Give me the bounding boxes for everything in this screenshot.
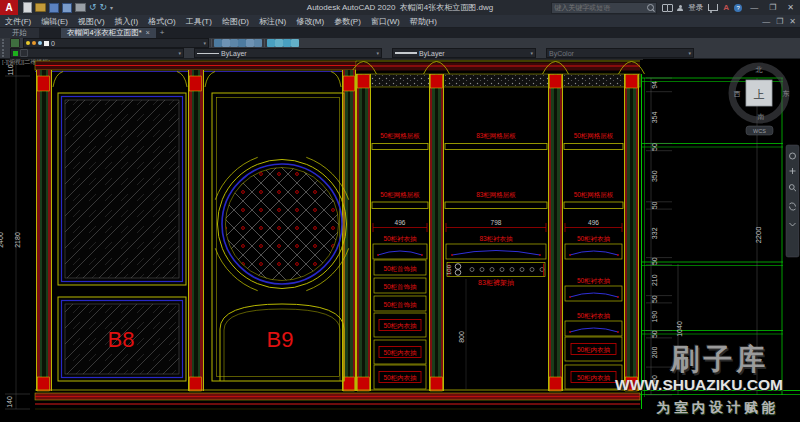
lineweight-dropdown-arrow[interactable]: ▾ [530,50,533,56]
help-icon[interactable]: ? [734,4,742,12]
layers-toolbar: 0 ▾ [0,38,800,48]
layer-thaw-sun-icon[interactable] [32,41,36,45]
color-dropdown-arrow[interactable]: ▾ [178,50,181,56]
viewcube-south-label[interactable]: 南 [758,113,765,120]
viewcube[interactable]: 上 北 西 东 南 WCS [732,66,790,135]
toolbar-grip2[interactable] [2,49,8,57]
tab-active-drawing[interactable]: 衣帽间4张衣柜立面图* × [61,28,156,38]
drawer-label: 83柜衬衣抽 [479,235,512,243]
menu-tools[interactable]: 工具(T) [181,16,217,27]
menu-file[interactable]: 文件(F) [0,16,36,27]
menu-insert[interactable]: 插入(I) [110,16,144,27]
redo-icon[interactable]: ↻ [100,3,108,12]
menu-window[interactable]: 窗口(W) [366,16,405,27]
search-input[interactable] [552,4,647,11]
undo-icon[interactable]: ↺ [89,3,97,12]
viewcube-east-label[interactable]: 东 [783,90,790,97]
lineweight-control[interactable]: ByLayer ▾ [392,48,536,58]
layer-off-icon[interactable] [238,39,246,47]
shirt-drawer-row: 50柜衬衣抽 83柜衬衣抽 50柜衬衣抽 [373,235,622,260]
viewcube-top-label[interactable]: 上 [754,88,765,100]
linetype-dropdown-arrow[interactable]: ▾ [376,50,379,56]
close-button[interactable]: ✕ [784,3,797,12]
layer-properties-icon[interactable] [10,38,20,48]
menu-view[interactable]: 视图(V) [73,16,110,27]
doc-close-button[interactable]: ✕ [789,17,796,26]
account-icon[interactable] [677,5,683,11]
layer-match-icon[interactable] [246,39,254,47]
toolbar-grip[interactable] [2,39,8,47]
tab-start[interactable]: 开始 [0,28,39,38]
label-b9: B9 [267,327,294,352]
label-b8: B8 [108,327,135,352]
drawer-label: 50柜内衣抽 [383,374,416,382]
trouser-hooks [470,268,544,272]
search-icon[interactable] [647,4,654,11]
cabinet-width-dimensions: 496 798 496 [373,219,622,232]
tufted-circle-panel [226,168,339,281]
new-file-icon[interactable] [23,2,32,13]
layer-on-bulb-icon[interactable] [26,41,30,45]
viewcube-north-label[interactable]: 北 [756,66,763,74]
layer-freeze-icon[interactable] [230,39,238,47]
dim-width: 496 [588,219,599,226]
menu-format[interactable]: 格式(O) [143,16,181,27]
layer-isolate-icon[interactable] [222,39,230,47]
layer-dropdown[interactable]: 0 ▾ [23,38,209,48]
watermark-brand: 刷子库 [650,340,790,380]
menu-dimension[interactable]: 标注(N) [254,16,291,27]
menu-modify[interactable]: 修改(M) [291,16,329,27]
layer-lock-icon[interactable] [38,41,42,45]
viewcube-west-label[interactable]: 西 [734,90,741,98]
cabinet-shelves: 50柜网格层板 83柜网格层板 50柜网格层板 50柜网格层板 83柜网格层板 … [372,132,623,209]
menu-draw[interactable]: 绘图(D) [217,16,254,27]
layer-merge-icon[interactable] [275,39,283,47]
shelf-label: 50柜网格层板 [380,132,420,140]
color-control[interactable]: ▾ [10,48,184,58]
layer-state-icon[interactable] [214,39,222,47]
drawer-label: 50柜衬衣抽 [577,312,610,320]
watermark-slogan: 为室内设计赋能 [636,399,800,417]
menu-edit[interactable]: 编辑(E) [36,16,73,27]
dim-100: 100 [446,264,452,275]
binoculars-icon[interactable] [662,4,672,11]
drawer-label: 50柜内衣抽 [577,346,610,354]
save-icon[interactable] [49,3,59,13]
layer-lockfade-icon[interactable] [291,39,299,47]
navigation-bar[interactable] [786,145,799,257]
signin-link[interactable]: 登录 [688,3,703,13]
base-plinth [35,390,640,409]
minimize-button[interactable]: — [747,3,761,12]
column-a-drawers: 50柜首饰抽 50柜首饰抽 50柜首饰抽 50柜内衣抽 50柜内衣抽 50柜内衣… [374,260,426,389]
dim-width: 496 [395,219,406,226]
tab-close-icon[interactable]: × [146,28,150,38]
title-bar: A ↺ ↻ ▾ Autodesk AutoCAD 2020 衣帽间4张衣柜立面图… [0,0,800,15]
plot-icon[interactable] [75,3,86,12]
autocad-logo-icon[interactable]: A [0,0,18,15]
doc-minimize-button[interactable]: — [762,17,770,26]
app-store-cart-icon[interactable] [708,4,718,11]
drawer-label: 50柜首饰抽 [383,283,416,291]
layer-color-swatch [44,41,49,46]
autodesk-share-icon[interactable]: A [723,3,729,12]
quick-access-toolbar: ↺ ↻ ▾ [23,2,113,13]
save-as-icon[interactable] [62,3,72,13]
drawer-label: 50柜首饰抽 [383,265,416,273]
file-name: 衣帽间4张衣柜立面图.dwg [400,3,493,12]
menu-parametric[interactable]: 参数(P) [329,16,366,27]
dim-right: 50 [651,295,658,303]
layer-delete-icon[interactable] [283,39,291,47]
maximize-button[interactable]: ❐ [766,3,779,12]
open-file-icon[interactable] [35,3,46,12]
doc-restore-button[interactable]: ❐ [776,17,783,26]
qat-dropdown-icon[interactable]: ▾ [110,4,113,11]
menu-help[interactable]: 帮助(H) [405,16,442,27]
layer-dropdown-arrow[interactable]: ▾ [203,40,206,46]
new-tab-button[interactable]: + [156,28,168,38]
layer-prev-icon[interactable] [254,39,262,47]
wcs-label[interactable]: WCS [753,128,766,134]
plotstyle-dropdown-arrow: ▾ [688,50,691,56]
layer-walk-icon[interactable] [267,39,275,47]
linetype-control[interactable]: ByLayer ▾ [194,48,382,58]
search-box[interactable] [551,2,657,14]
